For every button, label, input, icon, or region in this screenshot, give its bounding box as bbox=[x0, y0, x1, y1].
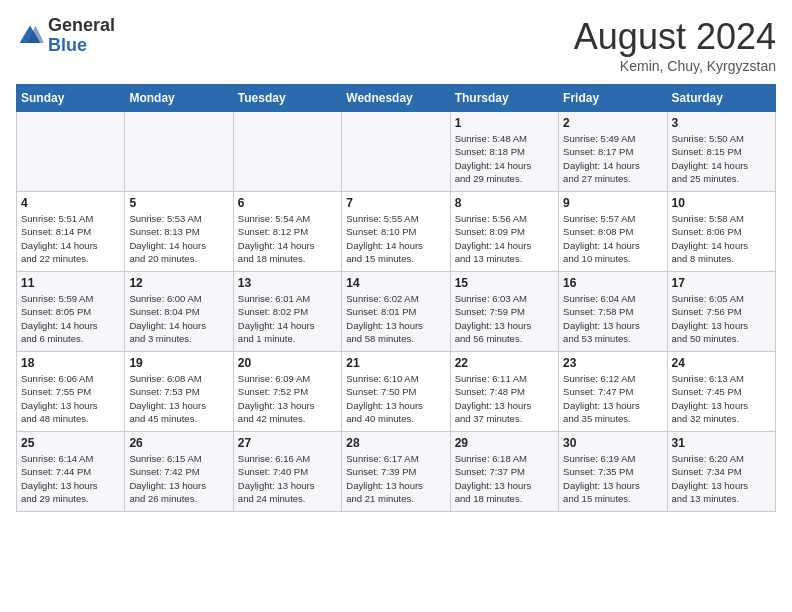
calendar-cell: 13Sunrise: 6:01 AM Sunset: 8:02 PM Dayli… bbox=[233, 272, 341, 352]
day-number: 26 bbox=[129, 436, 228, 450]
weekday-header: Friday bbox=[559, 85, 667, 112]
day-number: 16 bbox=[563, 276, 662, 290]
calendar-cell: 26Sunrise: 6:15 AM Sunset: 7:42 PM Dayli… bbox=[125, 432, 233, 512]
day-number: 11 bbox=[21, 276, 120, 290]
calendar-cell: 4Sunrise: 5:51 AM Sunset: 8:14 PM Daylig… bbox=[17, 192, 125, 272]
calendar-cell bbox=[17, 112, 125, 192]
day-number: 15 bbox=[455, 276, 554, 290]
calendar-cell: 24Sunrise: 6:13 AM Sunset: 7:45 PM Dayli… bbox=[667, 352, 775, 432]
day-detail: Sunrise: 5:59 AM Sunset: 8:05 PM Dayligh… bbox=[21, 292, 120, 345]
calendar-cell: 3Sunrise: 5:50 AM Sunset: 8:15 PM Daylig… bbox=[667, 112, 775, 192]
calendar-table: SundayMondayTuesdayWednesdayThursdayFrid… bbox=[16, 84, 776, 512]
calendar-cell: 19Sunrise: 6:08 AM Sunset: 7:53 PM Dayli… bbox=[125, 352, 233, 432]
logo: General Blue bbox=[16, 16, 115, 56]
day-detail: Sunrise: 5:57 AM Sunset: 8:08 PM Dayligh… bbox=[563, 212, 662, 265]
day-number: 27 bbox=[238, 436, 337, 450]
calendar-cell: 15Sunrise: 6:03 AM Sunset: 7:59 PM Dayli… bbox=[450, 272, 558, 352]
day-number: 23 bbox=[563, 356, 662, 370]
day-detail: Sunrise: 6:09 AM Sunset: 7:52 PM Dayligh… bbox=[238, 372, 337, 425]
calendar-cell: 21Sunrise: 6:10 AM Sunset: 7:50 PM Dayli… bbox=[342, 352, 450, 432]
day-detail: Sunrise: 6:00 AM Sunset: 8:04 PM Dayligh… bbox=[129, 292, 228, 345]
day-detail: Sunrise: 6:13 AM Sunset: 7:45 PM Dayligh… bbox=[672, 372, 771, 425]
calendar-cell: 20Sunrise: 6:09 AM Sunset: 7:52 PM Dayli… bbox=[233, 352, 341, 432]
calendar-cell: 11Sunrise: 5:59 AM Sunset: 8:05 PM Dayli… bbox=[17, 272, 125, 352]
day-number: 7 bbox=[346, 196, 445, 210]
calendar-cell: 28Sunrise: 6:17 AM Sunset: 7:39 PM Dayli… bbox=[342, 432, 450, 512]
calendar-cell: 10Sunrise: 5:58 AM Sunset: 8:06 PM Dayli… bbox=[667, 192, 775, 272]
calendar-cell bbox=[233, 112, 341, 192]
day-number: 20 bbox=[238, 356, 337, 370]
day-detail: Sunrise: 6:05 AM Sunset: 7:56 PM Dayligh… bbox=[672, 292, 771, 345]
calendar-week-row: 1Sunrise: 5:48 AM Sunset: 8:18 PM Daylig… bbox=[17, 112, 776, 192]
calendar-cell: 2Sunrise: 5:49 AM Sunset: 8:17 PM Daylig… bbox=[559, 112, 667, 192]
day-number: 3 bbox=[672, 116, 771, 130]
calendar-cell: 5Sunrise: 5:53 AM Sunset: 8:13 PM Daylig… bbox=[125, 192, 233, 272]
calendar-cell: 23Sunrise: 6:12 AM Sunset: 7:47 PM Dayli… bbox=[559, 352, 667, 432]
day-detail: Sunrise: 5:49 AM Sunset: 8:17 PM Dayligh… bbox=[563, 132, 662, 185]
day-detail: Sunrise: 6:17 AM Sunset: 7:39 PM Dayligh… bbox=[346, 452, 445, 505]
day-number: 17 bbox=[672, 276, 771, 290]
calendar-cell bbox=[342, 112, 450, 192]
calendar-cell: 18Sunrise: 6:06 AM Sunset: 7:55 PM Dayli… bbox=[17, 352, 125, 432]
day-detail: Sunrise: 5:54 AM Sunset: 8:12 PM Dayligh… bbox=[238, 212, 337, 265]
day-detail: Sunrise: 6:01 AM Sunset: 8:02 PM Dayligh… bbox=[238, 292, 337, 345]
month-title: August 2024 bbox=[574, 16, 776, 58]
weekday-header: Thursday bbox=[450, 85, 558, 112]
calendar-cell: 6Sunrise: 5:54 AM Sunset: 8:12 PM Daylig… bbox=[233, 192, 341, 272]
calendar-cell: 29Sunrise: 6:18 AM Sunset: 7:37 PM Dayli… bbox=[450, 432, 558, 512]
day-number: 18 bbox=[21, 356, 120, 370]
day-number: 5 bbox=[129, 196, 228, 210]
day-detail: Sunrise: 6:08 AM Sunset: 7:53 PM Dayligh… bbox=[129, 372, 228, 425]
day-number: 22 bbox=[455, 356, 554, 370]
day-number: 12 bbox=[129, 276, 228, 290]
day-detail: Sunrise: 6:11 AM Sunset: 7:48 PM Dayligh… bbox=[455, 372, 554, 425]
day-number: 9 bbox=[563, 196, 662, 210]
calendar-week-row: 25Sunrise: 6:14 AM Sunset: 7:44 PM Dayli… bbox=[17, 432, 776, 512]
location: Kemin, Chuy, Kyrgyzstan bbox=[574, 58, 776, 74]
day-detail: Sunrise: 6:19 AM Sunset: 7:35 PM Dayligh… bbox=[563, 452, 662, 505]
day-number: 24 bbox=[672, 356, 771, 370]
calendar-cell: 7Sunrise: 5:55 AM Sunset: 8:10 PM Daylig… bbox=[342, 192, 450, 272]
day-detail: Sunrise: 6:15 AM Sunset: 7:42 PM Dayligh… bbox=[129, 452, 228, 505]
weekday-header: Monday bbox=[125, 85, 233, 112]
day-detail: Sunrise: 6:02 AM Sunset: 8:01 PM Dayligh… bbox=[346, 292, 445, 345]
day-detail: Sunrise: 6:10 AM Sunset: 7:50 PM Dayligh… bbox=[346, 372, 445, 425]
weekday-header: Saturday bbox=[667, 85, 775, 112]
calendar-cell: 22Sunrise: 6:11 AM Sunset: 7:48 PM Dayli… bbox=[450, 352, 558, 432]
day-number: 14 bbox=[346, 276, 445, 290]
calendar-cell: 14Sunrise: 6:02 AM Sunset: 8:01 PM Dayli… bbox=[342, 272, 450, 352]
day-detail: Sunrise: 6:18 AM Sunset: 7:37 PM Dayligh… bbox=[455, 452, 554, 505]
calendar-cell: 30Sunrise: 6:19 AM Sunset: 7:35 PM Dayli… bbox=[559, 432, 667, 512]
calendar-cell: 25Sunrise: 6:14 AM Sunset: 7:44 PM Dayli… bbox=[17, 432, 125, 512]
day-detail: Sunrise: 6:14 AM Sunset: 7:44 PM Dayligh… bbox=[21, 452, 120, 505]
day-detail: Sunrise: 5:58 AM Sunset: 8:06 PM Dayligh… bbox=[672, 212, 771, 265]
day-number: 1 bbox=[455, 116, 554, 130]
day-detail: Sunrise: 6:16 AM Sunset: 7:40 PM Dayligh… bbox=[238, 452, 337, 505]
page-header: General Blue August 2024 Kemin, Chuy, Ky… bbox=[16, 16, 776, 74]
day-number: 6 bbox=[238, 196, 337, 210]
calendar-cell: 31Sunrise: 6:20 AM Sunset: 7:34 PM Dayli… bbox=[667, 432, 775, 512]
day-detail: Sunrise: 6:06 AM Sunset: 7:55 PM Dayligh… bbox=[21, 372, 120, 425]
day-number: 31 bbox=[672, 436, 771, 450]
calendar-week-row: 18Sunrise: 6:06 AM Sunset: 7:55 PM Dayli… bbox=[17, 352, 776, 432]
day-detail: Sunrise: 6:03 AM Sunset: 7:59 PM Dayligh… bbox=[455, 292, 554, 345]
logo-icon bbox=[16, 22, 44, 50]
day-number: 30 bbox=[563, 436, 662, 450]
calendar-week-row: 4Sunrise: 5:51 AM Sunset: 8:14 PM Daylig… bbox=[17, 192, 776, 272]
logo-text: General Blue bbox=[48, 16, 115, 56]
calendar-cell: 9Sunrise: 5:57 AM Sunset: 8:08 PM Daylig… bbox=[559, 192, 667, 272]
day-number: 19 bbox=[129, 356, 228, 370]
calendar-week-row: 11Sunrise: 5:59 AM Sunset: 8:05 PM Dayli… bbox=[17, 272, 776, 352]
day-number: 28 bbox=[346, 436, 445, 450]
day-number: 4 bbox=[21, 196, 120, 210]
calendar-cell: 16Sunrise: 6:04 AM Sunset: 7:58 PM Dayli… bbox=[559, 272, 667, 352]
day-detail: Sunrise: 5:55 AM Sunset: 8:10 PM Dayligh… bbox=[346, 212, 445, 265]
day-detail: Sunrise: 6:12 AM Sunset: 7:47 PM Dayligh… bbox=[563, 372, 662, 425]
day-number: 21 bbox=[346, 356, 445, 370]
weekday-header-row: SundayMondayTuesdayWednesdayThursdayFrid… bbox=[17, 85, 776, 112]
day-number: 25 bbox=[21, 436, 120, 450]
weekday-header: Sunday bbox=[17, 85, 125, 112]
calendar-cell bbox=[125, 112, 233, 192]
day-detail: Sunrise: 5:50 AM Sunset: 8:15 PM Dayligh… bbox=[672, 132, 771, 185]
day-detail: Sunrise: 6:20 AM Sunset: 7:34 PM Dayligh… bbox=[672, 452, 771, 505]
